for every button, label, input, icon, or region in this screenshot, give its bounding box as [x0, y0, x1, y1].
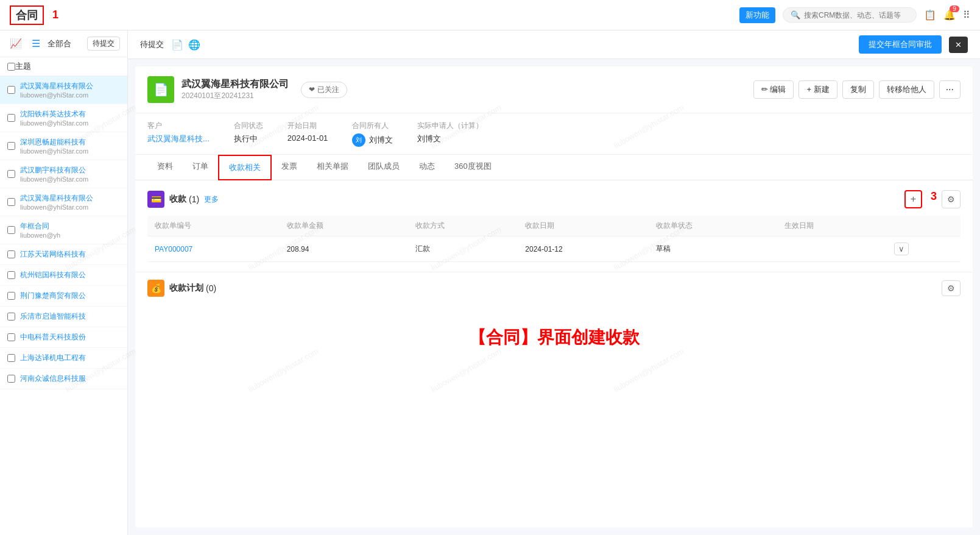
new-func-button[interactable]: 新功能 — [739, 7, 775, 23]
submit-btn[interactable]: 提交年框合同审批 — [859, 35, 942, 54]
sidebar-filter-btn[interactable]: 待提交 — [87, 37, 120, 51]
item-checkbox[interactable] — [7, 250, 15, 258]
item-checkbox[interactable] — [7, 292, 15, 300]
plan-title: 收款计划 — [169, 283, 203, 294]
tab-ziliao[interactable]: 资料 — [147, 155, 183, 180]
field-value: 2024-01-01 — [287, 133, 328, 143]
list-item[interactable]: 杭州铠国科技有限公 — [0, 265, 127, 286]
item-checkbox[interactable] — [7, 142, 15, 150]
search-bar[interactable]: 🔍 — [783, 7, 917, 23]
sidebar-list: 武汉翼海星科技有限公 liubowen@yhiStar.com 沈阳铁科英达技术… — [0, 76, 127, 535]
payment-plan-section: 💰 收款计划 (0) ⚙ — [135, 272, 973, 314]
document-icon[interactable]: 📄 — [171, 39, 183, 51]
item-checkbox[interactable] — [7, 313, 15, 321]
edit-btn[interactable]: ✏ 编辑 — [753, 80, 794, 99]
field-label: 合同状态 — [234, 121, 263, 131]
list-item[interactable]: 荆门豫楚商贸有限公 — [0, 286, 127, 306]
list-item[interactable]: 上海达译机电工程有 — [0, 348, 127, 369]
item-sub: liubowen@yhiStar.com — [20, 175, 120, 183]
item-content: 中电科普天科技股份 — [20, 332, 120, 342]
tab-tuanduichengyuan[interactable]: 团队成员 — [358, 155, 409, 180]
field-label: 客户 — [147, 121, 210, 131]
item-checkbox[interactable] — [7, 198, 15, 206]
table-cell: 208.94 — [280, 236, 408, 262]
follow-btn[interactable]: ❤ 已关注 — [301, 82, 347, 98]
copy-btn[interactable]: 复制 — [842, 80, 874, 99]
list-item[interactable]: 河南众诚信息科技服 — [0, 369, 127, 389]
plan-gear-btn[interactable]: ⚙ — [942, 280, 961, 296]
item-checkbox[interactable] — [7, 271, 15, 279]
tab-fapiao[interactable]: 发票 — [272, 155, 307, 180]
notification-icon[interactable]: 🔔 9 — [943, 9, 956, 21]
detail-panel: 📄 武汉翼海星科技有限公司 20240101至20241231 ❤ 已关注 ✏ … — [135, 66, 973, 528]
item-content: 沈阳铁科英达技术有 liubowen@yhiStar.com — [20, 109, 120, 127]
tab-view360[interactable]: 360度视图 — [445, 155, 501, 180]
list-item[interactable]: 深圳恩畅超能科技有 liubowen@yhiStar.com — [0, 132, 127, 160]
list-item[interactable]: 武汉翼海星科技有限公 liubowen@yhiStar.com — [0, 188, 127, 216]
list-item[interactable]: 中电科普天科技股份 — [0, 327, 127, 348]
info-field: 客户武汉翼海星科技... — [147, 121, 210, 147]
item-checkbox[interactable] — [7, 114, 15, 122]
payment-table: 收款单编号收款单金额收款方式收款日期收款单状态生效日期 PAY000007208… — [147, 216, 961, 262]
item-checkbox[interactable] — [7, 86, 15, 94]
item-content: 杭州铠国科技有限公 — [20, 270, 120, 280]
item-checkbox[interactable] — [7, 333, 15, 341]
select-all-checkbox[interactable] — [7, 63, 15, 71]
field-value[interactable]: 武汉翼海星科技... — [147, 133, 210, 144]
list-item[interactable]: 乐清市启迪智能科技 — [0, 306, 127, 327]
item-name: 年框合同 — [20, 221, 120, 232]
item-name: 乐清市启迪智能科技 — [20, 311, 120, 322]
item-checkbox[interactable] — [7, 354, 15, 362]
new-btn[interactable]: + 新建 — [798, 80, 837, 99]
list-icon[interactable]: ☰ — [29, 35, 43, 52]
transfer-btn[interactable]: 转移给他人 — [879, 80, 934, 99]
header-num: 1 — [52, 9, 58, 21]
list-item[interactable]: 武汉鹏宇科技有限公 liubowen@yhiStar.com — [0, 160, 127, 188]
item-checkbox[interactable] — [7, 375, 15, 383]
table-cell[interactable]: PAY000007 — [147, 236, 280, 262]
item-sub: liubowen@yhiStar.com — [20, 147, 120, 155]
item-name: 杭州铠国科技有限公 — [20, 270, 120, 280]
item-name: 河南众诚信息科技服 — [20, 374, 120, 384]
tab-dingdan[interactable]: 订单 — [183, 155, 218, 180]
field-value: 刘刘博文 — [352, 133, 393, 147]
list-item[interactable]: 江苏天诺网络科技有 — [0, 244, 127, 265]
red-num-3: 3 — [931, 190, 937, 208]
info-field: 合同所有人刘刘博文 — [352, 121, 393, 147]
tab-dongtai[interactable]: 动态 — [409, 155, 445, 180]
follow-label: 已关注 — [317, 85, 339, 95]
field-value: 刘博文 — [417, 133, 483, 144]
grid-icon[interactable]: ⠿ — [963, 9, 970, 21]
info-fields: 客户武汉翼海星科技...合同状态执行中开始日期2024-01-01合同所有人刘刘… — [135, 113, 973, 155]
item-name: 上海达译机电工程有 — [20, 353, 120, 363]
more-btn[interactable]: ··· — [939, 80, 961, 99]
notes-icon[interactable]: 📋 — [924, 9, 936, 21]
tab-shoukuan[interactable]: 收款相关 — [218, 155, 272, 180]
list-item[interactable]: 年框合同 liubowen@yh — [0, 216, 127, 244]
hierarchy-icon[interactable]: 🌐 — [188, 39, 200, 51]
payment-gear-btn[interactable]: ⚙ — [942, 190, 961, 208]
expand-btn[interactable]: ∨ — [894, 243, 909, 255]
add-payment-btn[interactable]: + — [904, 190, 922, 208]
list-item[interactable]: 沈阳铁科英达技术有 liubowen@yhiStar.com — [0, 104, 127, 132]
table-cell — [777, 236, 887, 262]
search-input[interactable] — [804, 11, 901, 19]
table-header: 收款方式 — [408, 216, 518, 236]
item-content: 乐清市启迪智能科技 — [20, 311, 120, 322]
section-more[interactable]: 更多 — [204, 194, 219, 205]
item-checkbox[interactable] — [7, 170, 15, 178]
item-name: 武汉鹏宇科技有限公 — [20, 165, 120, 175]
list-item[interactable]: 武汉翼海星科技有限公 liubowen@yhiStar.com — [0, 76, 127, 104]
avatar: 刘 — [352, 133, 365, 147]
close-btn[interactable]: ✕ — [949, 37, 968, 53]
tab-xiangguandanju[interactable]: 相关单据 — [307, 155, 358, 180]
field-label: 开始日期 — [287, 121, 328, 131]
item-checkbox[interactable] — [7, 226, 15, 234]
row-expand-btn[interactable]: ∨ — [887, 236, 961, 262]
section-title: 收款 — [169, 194, 186, 205]
item-content: 荆门豫楚商贸有限公 — [20, 291, 120, 301]
chart-icon[interactable]: 📈 — [7, 35, 24, 52]
item-sub: liubowen@yhiStar.com — [20, 204, 120, 211]
item-content: 武汉翼海星科技有限公 liubowen@yhiStar.com — [20, 81, 120, 99]
payment-section: 💳 收款 (1) 更多 + 3 ⚙ 收款单编号收款单金额收款方式收款日期收款单状… — [135, 180, 973, 272]
